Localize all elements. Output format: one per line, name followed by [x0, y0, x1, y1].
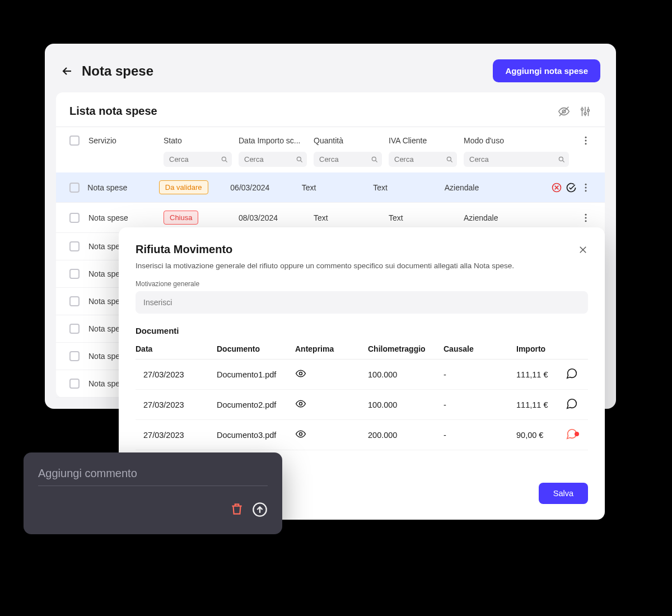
preview-eye-icon[interactable] — [295, 428, 306, 440]
svg-point-6 — [584, 112, 586, 114]
reject-icon[interactable] — [551, 182, 562, 193]
svg-point-17 — [447, 157, 451, 161]
cell-actions — [576, 212, 591, 223]
notification-dot — [575, 432, 579, 436]
doc-cell-causale: - — [444, 370, 516, 379]
doc-col-causale: Causale — [444, 344, 516, 353]
approve-icon[interactable] — [566, 182, 577, 193]
search-stato — [164, 152, 239, 167]
search-icon — [296, 156, 304, 164]
svg-point-5 — [581, 108, 584, 110]
trash-icon[interactable] — [230, 502, 244, 516]
row-more-icon[interactable] — [580, 182, 591, 193]
motivation-input[interactable] — [136, 291, 588, 314]
doc-cell-name: Documento1.pdf — [217, 370, 295, 379]
row-checkbox[interactable] — [69, 241, 80, 251]
search-data — [239, 152, 314, 167]
svg-point-19 — [559, 157, 563, 161]
modal-title: Rifiuta Movimento — [136, 243, 232, 256]
close-icon[interactable] — [578, 245, 588, 255]
back-arrow-icon[interactable] — [60, 64, 74, 78]
comment-icon[interactable] — [566, 367, 578, 380]
motivation-label: Motivazione generale — [136, 280, 588, 288]
doc-cell-data: 27/03/2023 — [136, 370, 217, 379]
search-icon — [221, 156, 228, 164]
row-checkbox[interactable] — [69, 213, 80, 223]
doc-cell-data: 27/03/2023 — [136, 400, 217, 409]
preview-eye-icon[interactable] — [295, 368, 306, 379]
cell-servizio: Nota spese — [87, 183, 158, 192]
doc-cell-preview — [295, 368, 368, 381]
doc-col-action — [566, 344, 588, 353]
cell-data: 06/03/2024 — [230, 183, 301, 192]
doc-cell-causale: - — [444, 431, 516, 440]
row-checkbox[interactable] — [69, 183, 80, 193]
col-header-actions — [576, 135, 591, 146]
cell-servizio: Nota spese — [88, 213, 164, 222]
comment-actions — [38, 502, 268, 517]
upload-circle-icon[interactable] — [252, 502, 268, 517]
svg-point-8 — [585, 137, 587, 138]
cell-actions — [551, 182, 591, 193]
header-more-icon[interactable] — [580, 135, 591, 146]
table-header-row: Servizio Stato Data Importo sc... Quanti… — [56, 127, 605, 152]
doc-cell-data: 27/03/2023 — [136, 431, 217, 440]
svg-point-13 — [297, 157, 301, 161]
docs-title: Documenti — [136, 326, 588, 335]
comment-input[interactable] — [38, 465, 268, 486]
search-row — [56, 152, 605, 172]
doc-cell-preview — [295, 428, 368, 441]
comment-icon[interactable] — [566, 398, 578, 410]
doc-cell-action — [566, 367, 588, 381]
cell-modo: Aziendale — [464, 213, 576, 222]
status-badge: Chiusa — [164, 211, 198, 225]
save-button[interactable]: Salva — [539, 483, 588, 504]
svg-point-25 — [585, 186, 587, 188]
svg-line-20 — [562, 160, 564, 162]
doc-col-anteprima: Anteprima — [295, 344, 368, 353]
cell-quantita: Text — [302, 183, 373, 192]
doc-cell-km: 100.000 — [368, 400, 444, 409]
cell-quantita: Text — [314, 213, 389, 222]
svg-point-26 — [585, 190, 587, 192]
list-toolbar — [558, 105, 591, 118]
doc-row: 27/03/2023 Documento1.pdf 100.000 - 111,… — [136, 360, 588, 390]
row-checkbox[interactable] — [69, 269, 80, 279]
docs-body: 27/03/2023 Documento1.pdf 100.000 - 111,… — [136, 360, 588, 450]
doc-cell-importo: 111,11 € — [516, 400, 566, 409]
doc-cell-causale: - — [444, 400, 516, 409]
svg-line-12 — [225, 160, 227, 162]
doc-cell-km: 200.000 — [368, 431, 444, 440]
header-left: Nota spese — [60, 63, 153, 79]
row-checkbox[interactable] — [69, 296, 80, 306]
search-modo-input[interactable] — [464, 152, 569, 167]
doc-col-data: Data — [136, 344, 217, 353]
add-nota-spese-button[interactable]: Aggiungi nota spese — [493, 59, 600, 82]
svg-point-7 — [587, 109, 590, 111]
doc-row: 27/03/2023 Documento2.pdf 100.000 - 111,… — [136, 390, 588, 420]
doc-col-documento: Documento — [217, 344, 295, 353]
row-checkbox[interactable] — [69, 324, 80, 334]
comment-popup — [24, 452, 282, 534]
col-header-iva: IVA Cliente — [389, 136, 464, 145]
svg-line-16 — [375, 160, 377, 162]
col-header-modo: Modo d'uso — [464, 136, 576, 145]
preview-eye-icon[interactable] — [295, 398, 306, 409]
select-all-checkbox[interactable] — [69, 136, 80, 146]
row-checkbox[interactable] — [69, 351, 80, 361]
doc-cell-action — [566, 398, 588, 412]
row-more-icon[interactable] — [580, 212, 591, 223]
sliders-icon[interactable] — [579, 105, 591, 118]
doc-cell-km: 100.000 — [368, 370, 444, 379]
col-header-servizio: Servizio — [88, 136, 164, 145]
svg-point-15 — [372, 157, 376, 161]
doc-col-km: Chilometraggio — [368, 344, 444, 353]
eye-off-icon[interactable] — [558, 105, 570, 118]
row-checkbox[interactable] — [69, 379, 80, 389]
col-check — [69, 136, 88, 146]
page-title: Nota spese — [82, 63, 153, 79]
docs-header-row: Data Documento Anteprima Chilometraggio … — [136, 344, 588, 360]
svg-point-10 — [585, 143, 587, 144]
col-header-data: Data Importo sc... — [239, 136, 314, 145]
table-row[interactable]: Nota spese Da validare 06/03/2024 Text T… — [56, 172, 605, 203]
